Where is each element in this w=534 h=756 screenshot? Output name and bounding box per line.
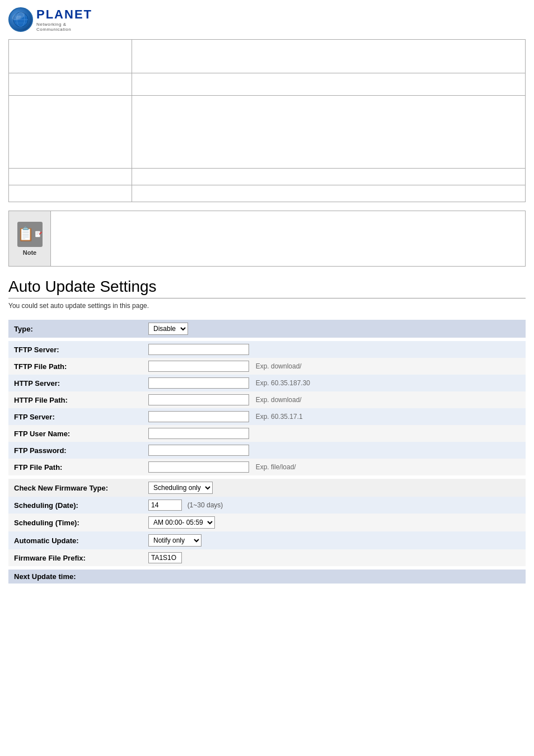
- scheduling-date-value: (1~30 days): [143, 497, 526, 514]
- ftp-filepath-label: FTP File Path:: [8, 459, 143, 475]
- svg-rect-8: [36, 232, 39, 232]
- auto-update-value: Notify only Auto update: [143, 531, 526, 549]
- note-icon-cell: Note: [9, 211, 51, 266]
- ftp-username-label: FTP User Name:: [8, 425, 143, 442]
- http-server-input[interactable]: [148, 377, 249, 389]
- svg-rect-9: [36, 233, 39, 234]
- logo-text: PLANET Networking & Communication: [36, 7, 92, 32]
- ftp-server-hint: Exp. 60.35.17.1: [256, 413, 303, 421]
- ftp-username-row: FTP User Name:: [8, 425, 526, 442]
- logo-subtitle-text: Networking & Communication: [36, 22, 92, 32]
- automatic-update-row: Automatic Update: Notify only Auto updat…: [8, 531, 526, 549]
- scheduling-time-value: AM 00:00- 05:59 AM 06:00-11:59 PM 12:00-…: [143, 514, 526, 531]
- logo-planet-text: PLANET: [36, 7, 92, 22]
- label-cell: [9, 73, 132, 96]
- value-cell: [132, 73, 526, 96]
- note-box: Note: [8, 211, 526, 267]
- next-update-label: Next Update time:: [8, 570, 143, 584]
- ftp-server-row: FTP Server: Exp. 60.35.17.1: [8, 408, 526, 425]
- tftp-filepath-label: TFTP File Path:: [8, 358, 143, 375]
- table-row: [9, 169, 526, 185]
- tftp-filepath-value: Exp. download/: [143, 358, 526, 375]
- http-server-row: HTTP Server: Exp. 60.35.187.30: [8, 375, 526, 391]
- table-row: [9, 96, 526, 169]
- type-row: Type: Disable Enable: [8, 320, 526, 338]
- type-label: Type:: [8, 320, 143, 338]
- ftp-filepath-value: Exp. file/load/: [143, 459, 526, 475]
- value-cell: [132, 185, 526, 202]
- settings-table: Type: Disable Enable TFTP Server: TFTP F…: [8, 320, 526, 584]
- section-description: You could set auto update settings in th…: [8, 302, 526, 310]
- section-divider: [8, 298, 526, 298]
- logo-area: PLANET Networking & Communication: [0, 0, 534, 39]
- check-firmware-row: Check New Firmware Type: Scheduling only…: [8, 479, 526, 497]
- auto-update-label: Automatic Update:: [8, 531, 143, 549]
- http-filepath-row: HTTP File Path: Exp. download/: [8, 391, 526, 408]
- type-value-cell: Disable Enable: [143, 320, 526, 338]
- ftp-server-label: FTP Server:: [8, 408, 143, 425]
- label-cell: [9, 185, 132, 202]
- ftp-filepath-input[interactable]: [148, 461, 249, 473]
- main-content: Auto Update Settings You could set auto …: [8, 278, 526, 584]
- ftp-filepath-row: FTP File Path: Exp. file/load/: [8, 459, 526, 475]
- label-cell: [9, 96, 132, 169]
- http-filepath-value: Exp. download/: [143, 391, 526, 408]
- check-firmware-select[interactable]: Scheduling only Always check Disable: [148, 482, 213, 494]
- table-row: [9, 40, 526, 73]
- tftp-server-input[interactable]: [148, 344, 249, 355]
- scheduling-date-hint: (1~30 days): [188, 501, 223, 509]
- scheduling-time-row: Scheduling (Time): AM 00:00- 05:59 AM 06…: [8, 514, 526, 531]
- scheduling-date-label: Scheduling (Date):: [8, 497, 143, 514]
- firmware-prefix-input[interactable]: [148, 552, 182, 563]
- firmware-prefix-value: [143, 549, 526, 566]
- http-filepath-label: HTTP File Path:: [8, 391, 143, 408]
- ftp-username-value: [143, 425, 526, 442]
- http-server-label: HTTP Server:: [8, 375, 143, 391]
- section-title: Auto Update Settings: [8, 278, 526, 296]
- ftp-username-input[interactable]: [148, 428, 249, 439]
- ftp-password-label: FTP Password:: [8, 442, 143, 459]
- table-row: [9, 73, 526, 96]
- scheduling-time-select[interactable]: AM 00:00- 05:59 AM 06:00-11:59 PM 12:00-…: [148, 516, 215, 529]
- value-cell: [132, 169, 526, 185]
- firmware-prefix-row: Firmware File Prefix:: [8, 549, 526, 566]
- scheduling-date-row: Scheduling (Date): (1~30 days): [8, 497, 526, 514]
- next-update-row: Next Update time:: [8, 570, 526, 584]
- value-cell: [132, 96, 526, 169]
- http-server-hint: Exp. 60.35.187.30: [256, 379, 310, 387]
- tftp-server-label: TFTP Server:: [8, 341, 143, 358]
- http-filepath-input[interactable]: [148, 394, 249, 405]
- type-select[interactable]: Disable Enable: [148, 323, 188, 335]
- scheduling-time-label: Scheduling (Time):: [8, 514, 143, 531]
- label-cell: [9, 169, 132, 185]
- logo-image: PLANET Networking & Communication: [8, 6, 81, 34]
- ftp-password-input[interactable]: [148, 445, 249, 456]
- tftp-server-value: [143, 341, 526, 358]
- ftp-filepath-hint: Exp. file/load/: [256, 463, 296, 471]
- tftp-filepath-input[interactable]: [148, 361, 249, 372]
- scheduling-date-input[interactable]: [148, 500, 182, 511]
- label-cell: [9, 40, 132, 73]
- ftp-password-value: [143, 442, 526, 459]
- http-filepath-hint: Exp. download/: [256, 396, 302, 404]
- check-firmware-label: Check New Firmware Type:: [8, 479, 143, 497]
- tftp-server-row: TFTP Server:: [8, 341, 526, 358]
- note-icon: [17, 222, 43, 247]
- next-update-value: [143, 570, 526, 584]
- http-server-value: Exp. 60.35.187.30: [143, 375, 526, 391]
- ftp-password-row: FTP Password:: [8, 442, 526, 459]
- auto-update-select[interactable]: Notify only Auto update: [148, 534, 202, 547]
- tftp-filepath-hint: Exp. download/: [256, 362, 302, 370]
- note-label-text: Note: [23, 249, 36, 256]
- note-content: [51, 211, 525, 266]
- logo-globe-icon: [8, 7, 33, 32]
- top-table: [8, 39, 526, 202]
- svg-rect-10: [36, 234, 38, 235]
- tftp-filepath-row: TFTP File Path: Exp. download/: [8, 358, 526, 375]
- check-firmware-value: Scheduling only Always check Disable: [143, 479, 526, 497]
- firmware-prefix-label: Firmware File Prefix:: [8, 549, 143, 566]
- ftp-server-input[interactable]: [148, 411, 249, 422]
- ftp-server-value: Exp. 60.35.17.1: [143, 408, 526, 425]
- table-row: [9, 185, 526, 202]
- value-cell: [132, 40, 526, 73]
